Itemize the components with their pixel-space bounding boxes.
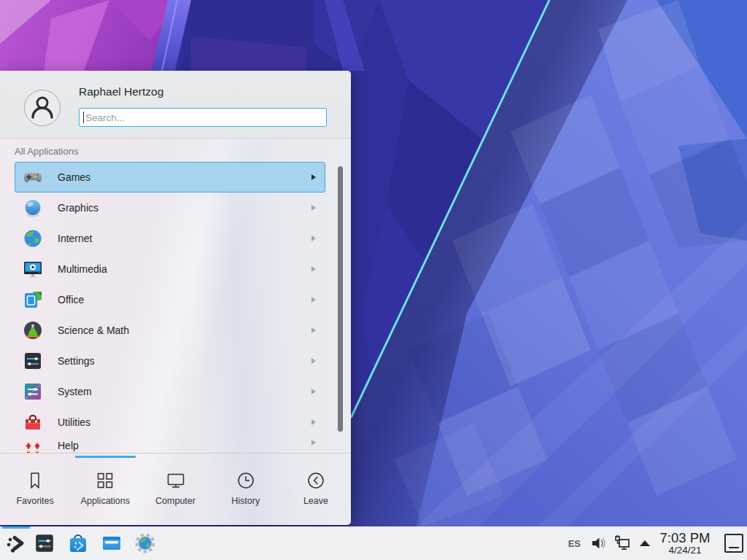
network-icon bbox=[614, 534, 631, 552]
application-category-list: Games Graphics bbox=[15, 162, 325, 453]
dolphin-task[interactable] bbox=[99, 526, 124, 560]
application-launcher-icon bbox=[4, 532, 28, 555]
category-item-games[interactable]: Games bbox=[15, 162, 325, 192]
discover-icon bbox=[67, 532, 89, 554]
submenu-arrow-icon bbox=[311, 236, 316, 241]
category-label: Help bbox=[58, 440, 79, 451]
submenu-arrow-icon bbox=[311, 327, 316, 333]
scrollbar[interactable] bbox=[338, 166, 343, 432]
history-icon bbox=[236, 470, 256, 491]
category-label: Games bbox=[58, 171, 90, 183]
office-icon bbox=[23, 289, 43, 310]
category-label: Utilities bbox=[58, 416, 90, 428]
tab-label: Applications bbox=[81, 496, 130, 506]
discover-task[interactable] bbox=[66, 526, 90, 560]
leave-icon bbox=[306, 470, 326, 491]
section-label: All Applications bbox=[15, 146, 78, 157]
internet-icon bbox=[23, 228, 43, 249]
graphics-icon bbox=[23, 198, 43, 218]
category-item-graphics[interactable]: Graphics bbox=[15, 192, 325, 223]
category-label: Multimedia bbox=[58, 263, 107, 275]
search-input[interactable] bbox=[79, 108, 327, 127]
submenu-arrow-icon bbox=[311, 266, 316, 272]
application-launcher-menu: Raphael Hertzog All Applications bbox=[0, 71, 351, 525]
tab-leave[interactable]: Leave bbox=[281, 454, 351, 525]
system-settings-icon bbox=[34, 532, 55, 554]
category-item-utilities[interactable]: Utilities bbox=[15, 407, 325, 438]
volume-tray-item[interactable] bbox=[590, 534, 608, 552]
category-label: System bbox=[58, 386, 92, 397]
games-icon bbox=[23, 167, 43, 187]
tab-computer[interactable]: Computer bbox=[140, 454, 210, 525]
dolphin-icon bbox=[101, 532, 123, 554]
category-label: Internet bbox=[58, 233, 92, 244]
computer-icon bbox=[166, 470, 186, 491]
applications-icon bbox=[95, 470, 115, 491]
category-item-science-math[interactable]: Science & Math bbox=[15, 315, 325, 346]
submenu-arrow-icon bbox=[311, 174, 316, 180]
category-item-system[interactable]: System bbox=[15, 376, 325, 407]
submenu-arrow-icon bbox=[311, 358, 316, 364]
category-item-help[interactable]: Help bbox=[15, 438, 325, 453]
text-cursor bbox=[83, 112, 84, 123]
submenu-arrow-icon bbox=[311, 440, 316, 446]
utilities-icon bbox=[23, 412, 43, 432]
system-icon bbox=[23, 381, 43, 402]
application-launcher-button[interactable] bbox=[0, 526, 32, 560]
network-tray-item[interactable] bbox=[614, 534, 631, 552]
category-label: Settings bbox=[58, 355, 95, 367]
konqueror-task[interactable] bbox=[133, 526, 158, 560]
multimedia-icon bbox=[23, 259, 43, 279]
search-field-wrap bbox=[79, 108, 327, 127]
category-item-multimedia[interactable]: Multimedia bbox=[15, 254, 325, 284]
taskbar: ES bbox=[0, 526, 747, 560]
category-item-office[interactable]: Office bbox=[15, 284, 325, 315]
keyboard-layout-indicator[interactable]: ES bbox=[568, 538, 581, 549]
launcher-tab-bar: Favorites Applications Computer bbox=[0, 453, 351, 525]
category-label: Graphics bbox=[58, 202, 98, 214]
settings-icon bbox=[23, 351, 43, 371]
system-tray: ES bbox=[568, 531, 747, 556]
system-settings-task[interactable] bbox=[32, 526, 57, 560]
digital-clock[interactable]: 7:03 PM 4/24/21 bbox=[657, 531, 713, 556]
category-item-settings[interactable]: Settings bbox=[15, 346, 325, 376]
tab-label: Favorites bbox=[16, 496, 53, 506]
category-label: Office bbox=[58, 294, 84, 306]
volume-icon bbox=[590, 534, 608, 552]
active-task-indicator bbox=[2, 526, 30, 529]
desktop: Raphael Hertzog All Applications bbox=[0, 0, 747, 560]
clock-time: 7:03 PM bbox=[657, 531, 713, 545]
category-item-internet[interactable]: Internet bbox=[15, 223, 325, 254]
tab-label: History bbox=[231, 496, 260, 506]
favorites-icon bbox=[25, 470, 45, 491]
user-icon bbox=[25, 90, 60, 125]
tab-favorites[interactable]: Favorites bbox=[0, 454, 70, 525]
tab-applications[interactable]: Applications bbox=[70, 454, 140, 525]
tab-label: Leave bbox=[303, 496, 328, 506]
tab-history[interactable]: History bbox=[211, 454, 281, 525]
category-label: Science & Math bbox=[58, 324, 129, 336]
konqueror-icon bbox=[134, 532, 156, 554]
user-name: Raphael Hertzog bbox=[79, 85, 163, 98]
submenu-arrow-icon bbox=[311, 297, 316, 303]
tab-label: Computer bbox=[155, 496, 196, 506]
help-icon bbox=[23, 441, 43, 453]
submenu-arrow-icon bbox=[311, 205, 316, 211]
launcher-header: Raphael Hertzog bbox=[0, 71, 351, 139]
submenu-arrow-icon bbox=[311, 389, 316, 394]
clock-date: 4/24/21 bbox=[657, 545, 713, 556]
show-desktop-button[interactable] bbox=[724, 534, 743, 553]
science-icon bbox=[23, 320, 43, 341]
tray-expander-arrow-icon[interactable] bbox=[640, 540, 650, 546]
user-avatar[interactable] bbox=[24, 90, 61, 126]
submenu-arrow-icon bbox=[311, 419, 316, 425]
